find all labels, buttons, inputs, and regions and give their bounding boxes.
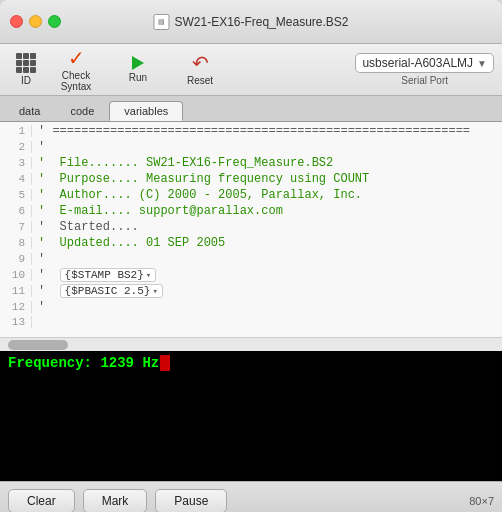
minimize-button[interactable] xyxy=(29,15,42,28)
titlebar-filename: ▤ SW21-EX16-Freq_Measure.BS2 xyxy=(153,14,348,30)
id-label: ID xyxy=(21,75,31,86)
code-line: 2' xyxy=(0,140,502,156)
serial-port-area: usbserial-A603ALMJ ▼ Serial Port xyxy=(355,53,494,86)
reset-button[interactable]: ↶ Reset xyxy=(170,48,230,92)
pbasic-tag: {$PBASIC 2.5}▾ xyxy=(60,284,163,298)
code-line: 11' {$PBASIC 2.5}▾ xyxy=(0,284,502,300)
line-content: ' {$STAMP BS2}▾ xyxy=(38,268,156,282)
serial-port-value: usbserial-A603ALMJ xyxy=(362,56,473,70)
traffic-lights xyxy=(10,15,61,28)
check-syntax-button[interactable]: ✓ Check Syntax xyxy=(46,48,106,92)
pause-button[interactable]: Pause xyxy=(155,489,227,513)
line-number: 1 xyxy=(0,125,32,137)
code-line: 10' {$STAMP BS2}▾ xyxy=(0,268,502,284)
code-line: 12' xyxy=(0,300,502,316)
tab-bar: data code variables xyxy=(0,96,502,122)
maximize-button[interactable] xyxy=(48,15,61,28)
id-button[interactable]: ID xyxy=(8,48,44,92)
line-number: 12 xyxy=(0,301,32,313)
run-label: Run xyxy=(129,72,147,83)
line-number: 2 xyxy=(0,141,32,153)
editor-area[interactable]: 1' =====================================… xyxy=(0,122,502,337)
line-content: ' {$PBASIC 2.5}▾ xyxy=(38,284,163,298)
tab-code[interactable]: code xyxy=(55,101,109,121)
toolbar-left: ID ✓ Check Syntax Run ↶ Reset xyxy=(8,48,230,92)
code-line: 9' xyxy=(0,252,502,268)
line-number: 7 xyxy=(0,221,32,233)
line-number: 9 xyxy=(0,253,32,265)
hscroll-thumb[interactable] xyxy=(8,340,68,350)
serial-port-label: Serial Port xyxy=(401,75,448,86)
stamp-tag: {$STAMP BS2}▾ xyxy=(60,268,157,282)
checkmark-icon: ✓ xyxy=(68,48,85,68)
line-number: 8 xyxy=(0,237,32,249)
reset-label: Reset xyxy=(187,75,213,86)
line-number: 13 xyxy=(0,316,32,328)
chevron-down-icon: ▼ xyxy=(477,58,487,69)
filename-label: SW21-EX16-Freq_Measure.BS2 xyxy=(174,15,348,29)
serial-port-dropdown[interactable]: usbserial-A603ALMJ ▼ xyxy=(355,53,494,73)
line-content: ' E-mail.... support@parallax.com xyxy=(38,204,283,218)
code-line: 1' =====================================… xyxy=(0,124,502,140)
mark-button[interactable]: Mark xyxy=(83,489,148,513)
titlebar: ▤ SW21-EX16-Freq_Measure.BS2 xyxy=(0,0,502,44)
tab-data[interactable]: data xyxy=(4,101,55,121)
line-number: 5 xyxy=(0,189,32,201)
run-icon xyxy=(132,56,144,70)
editor-inner: 1' =====================================… xyxy=(0,122,502,334)
line-content: ' xyxy=(38,300,45,314)
line-content: ' File....... SW21-EX16-Freq_Measure.BS2 xyxy=(38,156,333,170)
close-button[interactable] xyxy=(10,15,23,28)
line-number: 10 xyxy=(0,269,32,281)
run-button[interactable]: Run xyxy=(108,48,168,92)
code-line: 13 xyxy=(0,316,502,332)
line-number: 6 xyxy=(0,205,32,217)
line-number: 3 xyxy=(0,157,32,169)
code-line: 8' Updated.... 01 SEP 2005 xyxy=(0,236,502,252)
line-content: ' Purpose.... Measuring frequency using … xyxy=(38,172,369,186)
line-content: ' ======================================… xyxy=(38,124,470,138)
horizontal-scrollbar[interactable] xyxy=(0,337,502,351)
grid-icon xyxy=(16,53,36,73)
line-content: ' xyxy=(38,252,45,266)
code-line: 3' File....... SW21-EX16-Freq_Measure.BS… xyxy=(0,156,502,172)
toolbar: ID ✓ Check Syntax Run ↶ Reset usbserial-… xyxy=(0,44,502,96)
line-content: ' xyxy=(38,140,45,154)
file-icon: ▤ xyxy=(153,14,169,30)
terminal-area: Frequency: 1239 Hz xyxy=(0,351,502,481)
line-number: 4 xyxy=(0,173,32,185)
code-line: 7' Started.... xyxy=(0,220,502,236)
reset-icon: ↶ xyxy=(192,53,209,73)
line-number: 11 xyxy=(0,285,32,297)
line-content: ' Started.... xyxy=(38,220,139,234)
tab-variables[interactable]: variables xyxy=(109,101,183,121)
size-label: 80×7 xyxy=(469,495,494,507)
terminal-output: Frequency: 1239 Hz xyxy=(8,355,494,371)
line-content: ' Author.... (C) 2000 - 2005, Parallax, … xyxy=(38,188,362,202)
code-line: 5' Author.... (C) 2000 - 2005, Parallax,… xyxy=(0,188,502,204)
check-syntax-label: Check Syntax xyxy=(46,70,106,92)
code-line: 6' E-mail.... support@parallax.com xyxy=(0,204,502,220)
cursor-block xyxy=(160,355,170,371)
code-line: 4' Purpose.... Measuring frequency using… xyxy=(0,172,502,188)
clear-button[interactable]: Clear xyxy=(8,489,75,513)
bottom-bar: Clear Mark Pause 80×7 xyxy=(0,481,502,512)
line-content: ' Updated.... 01 SEP 2005 xyxy=(38,236,225,250)
